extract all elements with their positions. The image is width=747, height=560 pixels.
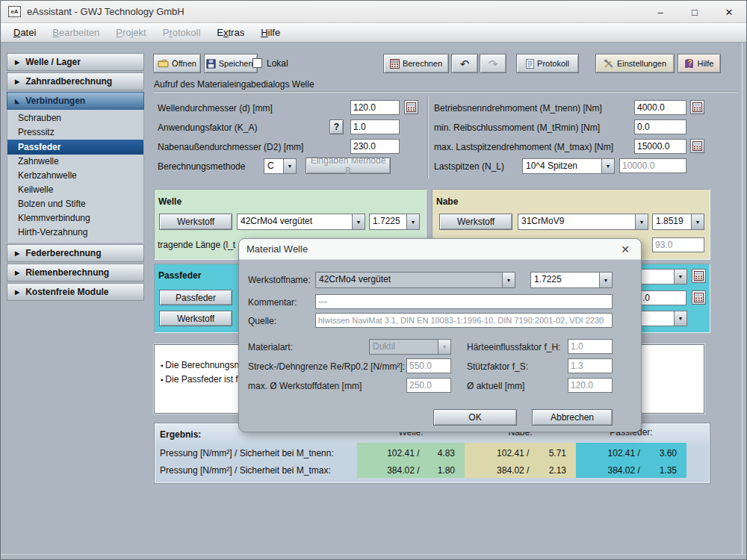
folder-icon bbox=[158, 59, 169, 68]
durchmesser-aktuell-input bbox=[568, 378, 613, 393]
calculator-icon bbox=[406, 102, 416, 112]
quelle-label: Quelle: bbox=[248, 316, 276, 326]
sidebar-item-hirth-verzahnung[interactable]: Hirth-Verzahnung bbox=[7, 225, 143, 240]
wellendurchmesser-input[interactable] bbox=[350, 100, 400, 115]
calculator-button[interactable] bbox=[692, 290, 706, 305]
menu-extras[interactable]: Extras bbox=[208, 23, 252, 43]
welle-section-title: Welle bbox=[158, 196, 182, 207]
streckgrenze-input bbox=[406, 358, 451, 373]
redo-icon: ↷ bbox=[489, 58, 498, 69]
calculate-button[interactable]: Berechnen bbox=[383, 54, 449, 73]
menu-datei[interactable]: Datei bbox=[5, 23, 44, 43]
calculator-icon bbox=[694, 293, 704, 302]
dialog-titlebar[interactable]: Material Welle ✕ bbox=[239, 239, 641, 260]
dropdown-arrow-icon: ▼ bbox=[691, 214, 704, 229]
protocol-button[interactable]: Protokoll bbox=[516, 54, 579, 73]
passfeder-button[interactable]: Passfeder bbox=[159, 290, 232, 305]
sidebar-group-kostenfreie-module[interactable]: ▶Kostenfreie Module bbox=[7, 283, 144, 301]
sidebar-item-zahnwelle[interactable]: Zahnwelle bbox=[7, 155, 143, 169]
kommentar-label: Kommentar: bbox=[248, 297, 297, 308]
result-row-label: Pressung [N/mm²] / Sicherheit bei M_tmax… bbox=[160, 465, 331, 476]
ok-button[interactable]: OK bbox=[433, 409, 517, 426]
materialart-select: Duktil ▼ bbox=[369, 339, 451, 355]
welle-werkstoff-button[interactable]: Werkstoff bbox=[159, 214, 232, 230]
calculator-icon bbox=[692, 102, 702, 112]
nabe-breite-input bbox=[652, 237, 704, 252]
dialog-werkstoffname-select[interactable]: 42CrMo4 vergütet ▼ bbox=[315, 272, 515, 288]
open-button[interactable]: Öffnen bbox=[153, 54, 201, 73]
reibschlussmoment-input[interactable] bbox=[634, 119, 686, 134]
dropdown-arrow-icon: ▼ bbox=[502, 273, 515, 287]
redo-button: ↷ bbox=[480, 54, 506, 73]
werkstoffname-label: Werkstoffname: bbox=[248, 275, 311, 285]
nabe-material-number-select[interactable]: 1.8519 ▼ bbox=[652, 214, 704, 230]
dropdown-arrow-icon: ▼ bbox=[352, 214, 365, 229]
durchmesser-aktuell-label: Ø aktuell [mm] bbox=[467, 381, 524, 391]
sidebar-item-keilwelle[interactable]: Keilwelle bbox=[7, 183, 143, 197]
berechnungsmethode-select[interactable]: C ▼ bbox=[264, 158, 297, 174]
haerteeinflussfaktor-input bbox=[568, 339, 613, 354]
menu-bearbeiten: Bearbeiten bbox=[44, 23, 108, 43]
calculator-icon bbox=[390, 59, 400, 69]
save-button[interactable]: Speichern bbox=[204, 54, 258, 73]
dialog-close-icon[interactable]: ✕ bbox=[617, 243, 633, 255]
nabe-material-select[interactable]: 31CrMoV9 ▼ bbox=[518, 214, 648, 230]
lastspitzendrehmoment-label: max. Lastspitzendrehmoment (M_tmax) [Nm] bbox=[434, 142, 613, 152]
help-button[interactable]: ? Hilfe bbox=[678, 54, 721, 73]
sidebar-item-presssitz[interactable]: Presssitz bbox=[7, 125, 143, 140]
sidebar-item-passfeder[interactable]: Passfeder bbox=[7, 140, 143, 155]
undo-icon: ↶ bbox=[460, 58, 470, 69]
maximize-button[interactable]: □ bbox=[678, 1, 712, 23]
sidebar-group-federberechnung[interactable]: ▶Federberechnung bbox=[7, 244, 144, 262]
result-value-cell: 102.41 /5.71 bbox=[465, 448, 576, 460]
calculator-button[interactable] bbox=[404, 100, 418, 114]
undo-button[interactable]: ↶ bbox=[451, 54, 478, 73]
max-durchmesser-input bbox=[406, 378, 451, 393]
sidebar-item-schrauben[interactable]: Schrauben bbox=[7, 111, 143, 125]
kommentar-input[interactable] bbox=[315, 294, 613, 309]
result-value-cell: 384.02 /1.35 bbox=[576, 465, 686, 477]
dialog-werkstoffnummer-select[interactable]: 1.7225 ▼ bbox=[530, 272, 613, 288]
nabe-section-title: Nabe bbox=[436, 196, 458, 207]
dialog-title: Material Welle bbox=[247, 243, 308, 255]
sidebar-group-verbindungen[interactable]: ◣Verbindungen bbox=[7, 92, 144, 110]
menu-hilfe[interactable]: Hilfe bbox=[252, 23, 288, 43]
sidebar: ▶Welle / Lager ▶Zahnradberechnung ◣Verbi… bbox=[7, 53, 144, 302]
welle-material-number-select[interactable]: 1.7225 ▼ bbox=[369, 214, 420, 230]
betriebsnenndrehmoment-label: Betriebsnenndrehmoment (M_tnenn) [Nm] bbox=[434, 103, 602, 113]
sidebar-group-zahnradberechnung[interactable]: ▶Zahnradberechnung bbox=[7, 72, 144, 90]
sidebar-group-riemenberechnung[interactable]: ▶Riemenberechnung bbox=[7, 264, 144, 281]
calculator-button[interactable] bbox=[692, 269, 706, 283]
floppy-disk-icon bbox=[206, 59, 216, 69]
expanded-icon: ◣ bbox=[15, 98, 19, 105]
sidebar-item-klemmverbindung[interactable]: Klemmverbindung bbox=[7, 211, 143, 225]
lastspitzen-select[interactable]: 10^4 Spitzen ▼ bbox=[522, 158, 615, 174]
anwendungsfaktor-input[interactable] bbox=[350, 119, 400, 134]
dropdown-arrow-icon: ▼ bbox=[635, 214, 648, 229]
separator bbox=[427, 96, 429, 178]
material-welle-dialog: Material Welle ✕ Werkstoffname: 42CrMo4 … bbox=[238, 238, 642, 432]
sidebar-group-welle-lager[interactable]: ▶Welle / Lager bbox=[7, 53, 144, 71]
lastspitzendrehmoment-input[interactable] bbox=[634, 139, 686, 154]
local-checkbox[interactable] bbox=[252, 58, 262, 68]
minimize-button[interactable]: – bbox=[643, 1, 678, 23]
passfeder-section-title: Passfeder bbox=[158, 270, 201, 281]
settings-button[interactable]: Einstellungen bbox=[595, 54, 675, 73]
welle-material-select[interactable]: 42CrMo4 vergütet ▼ bbox=[237, 214, 365, 230]
passfeder-werkstoff-button[interactable]: Werkstoff bbox=[159, 311, 232, 326]
collapsed-icon: ▶ bbox=[15, 59, 19, 66]
nabenaussendurchmesser-label: Nabenaußendurchmesser (D2) [mm] bbox=[158, 142, 303, 152]
reibschlussmoment-label: min. Reibschlussmoment (M_tRmin) [Nm] bbox=[434, 122, 600, 133]
cancel-button[interactable]: Abbrechen bbox=[532, 409, 613, 426]
calculator-button[interactable] bbox=[690, 139, 704, 153]
betriebsnenndrehmoment-input[interactable] bbox=[634, 100, 686, 115]
quelle-input bbox=[315, 313, 613, 328]
sidebar-item-bolzen-und-stifte[interactable]: Bolzen und Stifte bbox=[7, 197, 143, 211]
calculator-button[interactable] bbox=[690, 100, 704, 114]
help-question-button[interactable]: ? bbox=[329, 119, 344, 134]
dropdown-arrow-icon: ▼ bbox=[406, 214, 419, 229]
close-button[interactable]: ✕ bbox=[712, 1, 746, 23]
nabe-werkstoff-button[interactable]: Werkstoff bbox=[439, 214, 512, 230]
sidebar-item-kerbzahnwelle[interactable]: Kerbzahnwelle bbox=[7, 169, 143, 183]
nabenaussendurchmesser-input[interactable] bbox=[350, 139, 400, 154]
